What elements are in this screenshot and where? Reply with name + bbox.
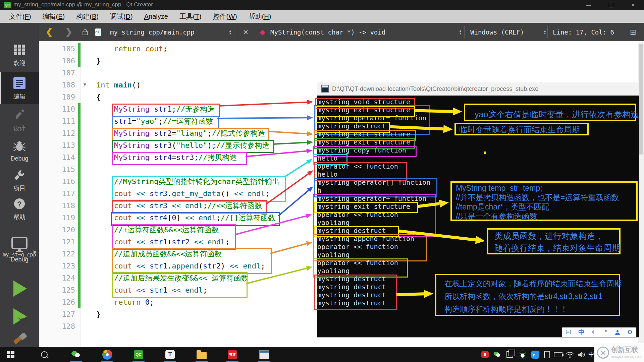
app-icon: QC [4,2,11,8]
fold-marker-icon[interactable]: ▼ [83,82,87,87]
taskbar-explorer[interactable] [194,347,209,362]
watermark-subtext: CHUANG XIN HU LIAN [611,356,642,358]
taskbar-youdao[interactable]: 有道 [225,347,240,362]
taskbar-chrome[interactable] [100,347,115,362]
youdao-tray-icon: 9 [481,351,489,358]
tray-volume[interactable] [576,347,586,362]
tray-youdao[interactable]: 9 [480,347,490,362]
build-button[interactable] [0,333,39,347]
code-line-126: return 0; [96,296,154,308]
taskbar-search-button[interactable] [37,347,52,362]
encoding-spinner-icon[interactable]: ▲▼ [543,29,546,35]
file-spinner-icon[interactable]: ▲▼ [229,29,232,35]
console-line-5: mystring exit structure [317,138,410,146]
back-icon[interactable]: ❮ [46,27,53,37]
ime-status-icon[interactable]: ☑ [566,327,571,337]
symbol-dropdown[interactable]: MyString(const char *) -> void [270,23,385,41]
line-number: 127 [39,308,75,320]
console-line-16: mystring destruct [317,227,386,235]
change-bar [78,236,80,248]
ime-night-mode-icon[interactable]: ☾ [592,327,597,337]
line-number: 125 [39,284,75,296]
line-number: 117 [39,188,75,200]
code-line-120: //+运算符函数&&<<运算符函数 [96,224,219,236]
sidebar-item-help[interactable]: ? 帮助 [0,196,39,223]
tray-qq[interactable] [518,347,527,362]
taskbar-console-app[interactable] [257,347,272,362]
line-number: 109 [39,91,75,103]
tray-app-blue[interactable] [531,347,540,362]
tray-usb[interactable] [543,347,551,362]
menu-item-2[interactable]: 构建(B) [70,12,104,21]
taskbar-qtcreator[interactable]: QC [131,347,146,362]
menu-item-3[interactable]: 调试(D) [104,12,139,21]
change-bar [78,176,80,188]
menu-item-6[interactable]: 控件(W) [207,12,243,21]
code-line-111: str1="yao";//=运算符函数 [96,115,213,127]
debug-run-button[interactable] [0,307,39,329]
console-line-2: mystring operator= function [317,114,426,122]
line-number: 113 [39,139,75,152]
symbol-spinner-icon[interactable]: ▲▼ [459,29,462,35]
sidebar-item-edit[interactable]: 编辑 [0,72,39,104]
menu-item-5[interactable]: 工具(T) [174,12,207,21]
menu-item-7[interactable]: 帮助(H) [243,12,277,21]
kit-selector[interactable]: ▶ Debug [0,236,39,270]
scrollbar-thumb[interactable] [639,44,643,155]
close-document-icon[interactable]: ✕ [243,28,249,36]
menu-item-1[interactable]: 编辑(E) [37,12,71,21]
encoding-dropdown[interactable]: Windows (CRLF) [470,23,524,41]
console-line-3: mystring destruct [317,122,386,130]
ime-language-icon[interactable]: 中 [578,327,584,337]
tray-wechat[interactable] [492,347,502,362]
line-number: 120 [39,224,75,236]
sidebar-item-welcome[interactable]: 欢迎 [0,42,39,70]
console-titlebar[interactable]: D:\QT\QT-download-location\Tools\QtCreat… [317,82,639,96]
layers-icon [506,351,513,358]
debug-run-icon [11,307,28,326]
open-file-dropdown[interactable]: my_string_cpp/main.cpp [110,23,195,41]
ime-settings-gear-icon[interactable]: ⚙ [627,327,633,337]
change-bar [78,188,80,200]
run-button[interactable] [0,279,39,301]
code-line-113: MyString str3("hello");//显示传参构造 [96,139,269,152]
change-bar [78,55,80,67]
line-number: 126 [39,296,75,308]
watermark: ✕ 创新互联 CHUANG XIN HU LIAN [594,343,644,362]
tray-wifi[interactable] [565,347,575,362]
line-number: 116 [39,176,75,188]
console-line-14: operator << function [317,210,398,219]
line-number: 128 [39,320,75,333]
change-bar [78,284,80,296]
forward-icon[interactable]: ❯ [65,27,72,37]
maximize-button[interactable] [600,0,622,10]
change-bar [78,103,80,115]
ime-account-icon[interactable] [615,330,620,335]
tray-battery[interactable] [553,347,564,362]
sidebar-item-design[interactable]: 设计 [0,107,39,136]
close-button[interactable]: ✕ [622,0,644,10]
menu-item-4[interactable]: Analyze [139,13,174,20]
menu-item-0[interactable]: 文件(F) [3,12,37,21]
sidebar-item-debug[interactable]: Debug [0,137,39,166]
tray-multitask[interactable] [505,347,515,362]
wechat-icon [71,351,80,358]
console-line-19: yaoliang [317,251,350,259]
change-bar [78,224,80,236]
code-line-106: } [96,55,101,67]
split-editor-icon[interactable]: ⊞ [630,28,636,37]
sidebar-item-projects[interactable]: 项目 [0,168,39,194]
chrome-icon [102,350,112,360]
minimize-button[interactable]: — [578,0,600,10]
symbol-icon: ◆ [260,28,265,37]
start-button[interactable] [3,347,18,362]
taskbar-wechat[interactable] [68,347,83,362]
ime-toolbar[interactable]: ☑ 中 ☾ ” ⚙ [562,327,636,337]
console-line-11: h [317,186,321,194]
taskbar-typora[interactable]: T [163,347,177,362]
code-line-125: cout << str1 << endl; [96,284,207,296]
grid-icon [13,44,25,56]
ime-punctuation-icon[interactable]: ” [605,327,608,337]
line-number: 110 [39,103,75,115]
line-number: 111 [39,115,75,127]
